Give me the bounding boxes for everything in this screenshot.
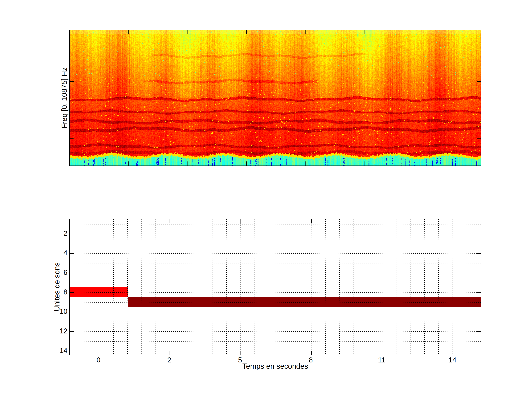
spectrogram-x-tick — [423, 30, 423, 34]
spectrogram-ylabel: Freq [0, 10875] Hz — [61, 67, 68, 128]
horizontal-gridline — [70, 273, 481, 273]
horizontal-gridline — [70, 234, 481, 234]
vertical-gridline — [283, 219, 283, 355]
horizontal-gridline — [70, 341, 481, 342]
vertical-gridline — [141, 219, 142, 355]
vertical-gridline — [269, 219, 269, 355]
units-x-tick — [311, 351, 312, 355]
vertical-gridline — [170, 219, 170, 355]
horizontal-gridline — [70, 302, 481, 303]
spectrogram-y-tick — [477, 53, 481, 53]
units-x-tick — [99, 219, 99, 223]
spectrogram-plot-area — [70, 30, 481, 165]
horizontal-gridline — [70, 351, 481, 351]
units-x-tick — [241, 351, 241, 355]
vertical-gridline — [424, 219, 425, 355]
vertical-gridline — [396, 219, 396, 355]
x-tick-label: 5 — [238, 356, 242, 364]
y-tick-label: 10 — [33, 308, 67, 315]
horizontal-gridline — [70, 263, 481, 263]
horizontal-gridline — [70, 331, 481, 332]
units-x-tick — [99, 351, 99, 355]
vertical-gridline — [438, 219, 439, 355]
x-tick-label: 11 — [378, 356, 385, 364]
x-tick-label: 2 — [167, 356, 171, 364]
y-tick-label: 6 — [33, 269, 67, 276]
spectrogram-x-tick — [128, 161, 129, 165]
y-tick-label: 8 — [33, 289, 67, 296]
vertical-gridline — [156, 219, 156, 355]
spectrogram-y-tick — [477, 138, 481, 139]
units-y-tick — [477, 312, 481, 312]
matlab-figure: Freq [0, 10875] Hz Unites de sons Temps … — [0, 0, 532, 399]
spectrogram-x-tick — [364, 30, 364, 34]
units-y-tick — [70, 273, 74, 273]
units-x-tick — [311, 219, 312, 223]
spectrogram-x-tick — [305, 161, 305, 165]
units-xlabel: Temps en secondes — [242, 362, 308, 370]
units-y-tick — [477, 234, 481, 234]
units-x-tick — [382, 219, 382, 223]
horizontal-gridline — [70, 283, 481, 283]
spectrogram-image — [70, 30, 481, 165]
vertical-gridline — [297, 219, 298, 355]
y-tick-label: 2 — [33, 230, 67, 237]
units-x-tick — [170, 351, 170, 355]
units-plot-area — [70, 219, 481, 355]
vertical-gridline — [127, 219, 128, 355]
spectrogram-y-tick — [477, 81, 481, 82]
units-x-tick — [382, 351, 382, 355]
vertical-gridline — [198, 219, 198, 355]
vertical-gridline — [467, 219, 467, 355]
units-y-tick — [477, 292, 481, 293]
units-x-tick — [453, 351, 453, 355]
vertical-gridline — [410, 219, 411, 355]
horizontal-gridline — [70, 224, 481, 224]
spectrogram-y-tick — [477, 110, 481, 110]
vertical-gridline — [226, 219, 227, 355]
y-tick-label: 14 — [33, 347, 67, 354]
spectrogram-x-tick — [128, 30, 129, 34]
spectrogram-y-tick — [70, 110, 74, 110]
units-y-tick — [477, 253, 481, 254]
spectrogram-y-tick — [70, 138, 74, 139]
vertical-gridline — [212, 219, 212, 355]
units-y-tick — [70, 351, 74, 351]
vertical-gridline — [254, 219, 255, 355]
units-y-tick — [70, 331, 74, 332]
units-axes — [69, 219, 481, 355]
y-tick-label: 4 — [33, 249, 67, 256]
spectrogram-y-tick — [70, 53, 74, 53]
spectrogram-y-tick — [70, 81, 74, 82]
units-x-tick — [241, 219, 241, 223]
units-x-tick — [170, 219, 170, 223]
horizontal-gridline — [70, 292, 481, 293]
x-tick-label: 0 — [96, 356, 100, 364]
vertical-gridline — [339, 219, 340, 355]
spectrogram-x-tick — [187, 30, 188, 34]
spectrogram-axes — [69, 30, 481, 166]
horizontal-gridline — [70, 322, 481, 322]
vertical-gridline — [85, 219, 85, 355]
units-y-tick — [477, 273, 481, 273]
spectrogram-x-tick — [246, 30, 247, 34]
spectrogram-x-tick — [423, 161, 423, 165]
x-tick-label: 8 — [309, 356, 313, 364]
units-y-tick — [477, 331, 481, 332]
vertical-gridline — [241, 219, 241, 355]
vertical-gridline — [325, 219, 326, 355]
horizontal-gridline — [70, 244, 481, 244]
units-y-tick — [477, 351, 481, 351]
sound-unit-bar — [128, 298, 481, 307]
vertical-gridline — [481, 219, 481, 355]
units-y-tick — [70, 234, 74, 234]
vertical-gridline — [311, 219, 311, 355]
vertical-gridline — [99, 219, 99, 355]
spectrogram-x-tick — [364, 161, 364, 165]
horizontal-gridline — [70, 312, 481, 312]
y-tick-label: 12 — [33, 328, 67, 335]
vertical-gridline — [113, 219, 114, 355]
vertical-gridline — [382, 219, 382, 355]
units-y-tick — [70, 292, 74, 293]
vertical-gridline — [184, 219, 184, 355]
